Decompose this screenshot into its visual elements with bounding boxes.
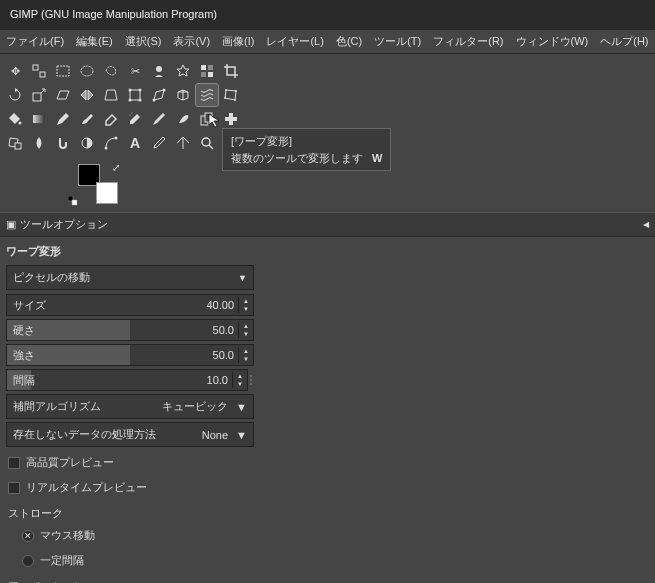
size-slider[interactable]: サイズ 40.00 ▲▼	[6, 294, 254, 316]
warp-transform-icon[interactable]	[196, 84, 218, 106]
unified-transform-icon[interactable]	[124, 84, 146, 106]
hq-preview-checkbox[interactable]: 高品質プレビュー	[6, 450, 254, 475]
svg-point-18	[235, 90, 237, 92]
clone-icon[interactable]	[196, 108, 218, 130]
fuzzy-select-icon[interactable]	[172, 60, 194, 82]
by-color-select-icon[interactable]	[196, 60, 218, 82]
panel-menu-icon[interactable]: ◀	[643, 220, 649, 229]
hardness-slider[interactable]: 硬さ 50.0 ▲▼	[6, 319, 254, 341]
free-select-icon[interactable]	[100, 60, 122, 82]
grabber-icon[interactable]	[248, 375, 254, 385]
ink-icon[interactable]	[148, 108, 170, 130]
mouse-move-radio[interactable]: ✕ マウス移動	[20, 523, 254, 548]
airbrush-icon[interactable]	[124, 108, 146, 130]
path-tool-icon[interactable]	[100, 132, 122, 154]
eraser-icon[interactable]	[100, 108, 122, 130]
menu-layer[interactable]: レイヤー(L)	[260, 30, 329, 53]
stroke-section-label: ストローク	[6, 500, 254, 523]
hardness-spinner[interactable]: ▲▼	[238, 322, 253, 338]
menu-windows[interactable]: ウィンドウ(W)	[510, 30, 595, 53]
move-tool-icon[interactable]: ✥	[4, 60, 26, 82]
svg-point-12	[139, 89, 142, 92]
rotate-tool-icon[interactable]	[4, 84, 26, 106]
svg-point-21	[19, 122, 22, 125]
gradient-icon[interactable]	[28, 108, 50, 130]
scale-tool-icon[interactable]	[28, 84, 50, 106]
zoom-tool-icon[interactable]	[196, 132, 218, 154]
ellipse-select-icon[interactable]	[76, 60, 98, 82]
menu-bar: ファイル(F) 編集(E) 選択(S) 表示(V) 画像(I) レイヤー(L) …	[0, 30, 655, 54]
menu-view[interactable]: 表示(V)	[167, 30, 216, 53]
shear-tool-icon[interactable]	[52, 84, 74, 106]
menu-help[interactable]: ヘルプ(H)	[594, 30, 654, 53]
heal-icon[interactable]	[220, 108, 242, 130]
hardness-value: 50.0	[209, 324, 238, 336]
tool-options-header: ▣ ツールオプション ◀	[0, 212, 655, 237]
hardness-label: 硬さ	[7, 323, 41, 338]
menu-tools[interactable]: ツール(T)	[368, 30, 427, 53]
svg-rect-5	[201, 65, 206, 70]
background-color-swatch[interactable]	[96, 182, 118, 204]
radio-icon	[22, 555, 34, 567]
pencil-icon[interactable]	[52, 108, 74, 130]
interpolation-select[interactable]: 補間アルゴリズム キュービック ▼	[6, 394, 254, 419]
window-title: GIMP (GNU Image Manipulation Program)	[10, 8, 217, 20]
menu-select[interactable]: 選択(S)	[119, 30, 168, 53]
toolbox: ✥ ✂ A	[0, 54, 655, 160]
bucket-fill-icon[interactable]	[4, 108, 26, 130]
chevron-down-icon: ▼	[236, 401, 247, 413]
svg-point-31	[105, 147, 108, 150]
measure-tool-icon[interactable]	[172, 132, 194, 154]
text-tool-icon[interactable]: A	[124, 132, 146, 154]
dodge-burn-icon[interactable]	[76, 132, 98, 154]
flip-tool-icon[interactable]	[76, 84, 98, 106]
interpolation-value: キュービック	[162, 399, 228, 414]
abyss-policy-select[interactable]: 存在しないデータの処理方法 None ▼	[6, 422, 254, 447]
blur-sharpen-icon[interactable]	[28, 132, 50, 154]
strength-spinner[interactable]: ▲▼	[238, 347, 253, 363]
tool-options-panel: ワープ変形 ピクセルの移動 ▼ サイズ 40.00 ▲▼ 硬さ 50.0 ▲▼ …	[0, 237, 260, 583]
strength-slider[interactable]: 強さ 50.0 ▲▼	[6, 344, 254, 366]
realtime-preview-checkbox[interactable]: リアルタイムプレビュー	[6, 475, 254, 500]
perspective-tool-icon[interactable]	[100, 84, 122, 106]
svg-point-23	[130, 115, 131, 116]
svg-point-16	[163, 89, 166, 92]
reset-colors-icon[interactable]	[68, 196, 78, 206]
svg-point-11	[129, 89, 132, 92]
menu-file[interactable]: ファイル(F)	[0, 30, 70, 53]
chevron-down-icon: ▼	[236, 429, 247, 441]
paintbrush-icon[interactable]	[76, 108, 98, 130]
mypaint-brush-icon[interactable]	[172, 108, 194, 130]
hq-preview-label: 高品質プレビュー	[26, 455, 114, 470]
handle-transform-icon[interactable]	[148, 84, 170, 106]
size-value: 40.00	[202, 299, 238, 311]
smudge-icon[interactable]	[52, 132, 74, 154]
color-picker-icon[interactable]	[148, 132, 170, 154]
scissors-icon[interactable]: ✂	[124, 60, 146, 82]
align-tool-icon[interactable]	[28, 60, 50, 82]
svg-point-19	[234, 99, 236, 101]
spacing-spinner[interactable]: ▲▼	[232, 372, 247, 388]
svg-rect-22	[33, 115, 45, 123]
spacing-slider[interactable]: 間隔 10.0 ▲▼	[6, 369, 248, 391]
warp-mode-select[interactable]: ピクセルの移動 ▼	[6, 265, 254, 290]
svg-rect-2	[57, 66, 69, 76]
fixed-spacing-radio[interactable]: 一定間隔	[20, 548, 254, 573]
svg-rect-29	[15, 143, 21, 149]
menu-filters[interactable]: フィルター(R)	[427, 30, 509, 53]
menu-image[interactable]: 画像(I)	[216, 30, 260, 53]
svg-rect-7	[201, 72, 206, 77]
cage-transform-icon[interactable]	[220, 84, 242, 106]
crop-tool-icon[interactable]	[220, 60, 242, 82]
svg-point-32	[115, 137, 118, 140]
size-spinner[interactable]: ▲▼	[238, 297, 253, 313]
perspective-clone-icon[interactable]	[4, 132, 26, 154]
swap-colors-icon[interactable]: ⤢	[112, 162, 120, 173]
rect-select-icon[interactable]	[52, 60, 74, 82]
mouse-move-label: マウス移動	[40, 528, 95, 543]
menu-edit[interactable]: 編集(E)	[70, 30, 119, 53]
foreground-select-icon[interactable]	[148, 60, 170, 82]
3d-transform-icon[interactable]	[172, 84, 194, 106]
svg-point-3	[81, 66, 93, 76]
menu-colors[interactable]: 色(C)	[330, 30, 368, 53]
